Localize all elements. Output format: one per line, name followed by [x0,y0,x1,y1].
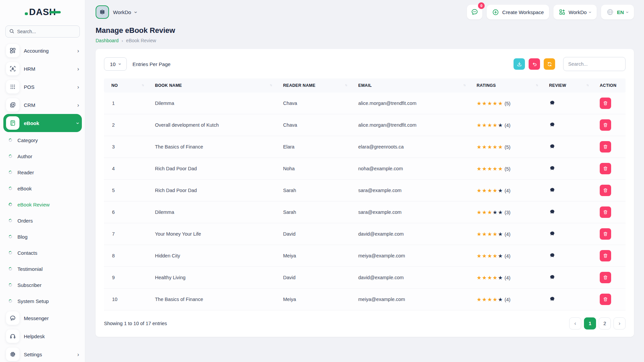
star-filled-icon: ★ [493,122,498,128]
cell-email: sara@example.com [355,201,473,223]
star-filled-icon: ★ [477,253,482,259]
chevron-left-icon: ‹ [574,320,576,326]
sidebar-item-messenger[interactable]: Messenger [3,309,82,327]
card-toolbar: 10 › Entries Per Page [104,57,626,71]
pager-page-2[interactable]: 2 [599,317,611,329]
sidebar-item-pos[interactable]: POS› [3,78,82,96]
sort-icon[interactable]: ↑↓ [142,83,144,87]
language-selector[interactable]: EN › [601,5,634,19]
headset-icon [6,329,19,343]
export-button[interactable] [514,58,525,70]
sidebar-item-helpdesk[interactable]: Helpdesk [3,327,82,345]
star-filled-icon: ★ [487,297,493,302]
delete-button[interactable] [600,272,611,283]
sidebar-item-system-setup[interactable]: System Setup [3,293,82,309]
messenger-button[interactable]: 0 [467,5,482,19]
sort-icon[interactable]: ↑↓ [586,83,588,87]
sort-icon[interactable]: ↑↓ [270,83,272,87]
column-label: REVIEW [549,83,566,88]
table-row: 7Your Money Your LifeDaviddavid@example.… [104,223,626,245]
column-header-review[interactable]: REVIEW↑↓ [546,78,596,93]
review-comment-icon[interactable] [549,165,555,171]
sidebar-subitem-label: Reader [17,170,34,175]
cell-ratings: ★★★★★(4) [473,267,546,289]
table-row: 5Rich Dad Poor DadSarahsara@example.com★… [104,180,626,201]
breadcrumb-current: eBook Review [126,38,156,43]
review-comment-icon[interactable] [549,100,555,106]
app-switcher-button[interactable]: WorkDo › [553,5,597,19]
sidebar-item-label: Accounting [24,48,73,54]
cell-ratings: ★★★★★(5) [473,93,546,114]
star-filled-icon: ★ [487,253,493,259]
cell-action [596,136,626,158]
sort-icon[interactable]: ↑↓ [536,83,538,87]
sidebar-item-accounting[interactable]: Accounting› [3,42,82,60]
table-search-input[interactable] [563,57,626,71]
delete-button[interactable] [600,163,611,174]
review-comment-icon[interactable] [549,252,555,258]
column-header-book-name[interactable]: BOOK NAME↑↓ [152,78,280,93]
sidebar-item-contacts[interactable]: Contacts [3,245,82,261]
delete-button[interactable] [600,250,611,261]
sidebar-item-orders[interactable]: Orders [3,213,82,229]
star-filled-icon: ★ [498,101,503,106]
column-header-no[interactable]: NO↑↓ [104,78,152,93]
chevron-right-icon: › [77,102,79,108]
column-header-email[interactable]: EMAIL↑↓ [355,78,473,93]
review-comment-icon[interactable] [549,209,555,215]
sidebar-subitem-label: Testimonial [17,266,43,272]
refresh-button[interactable] [544,58,555,70]
cell-reader-name: Meiya [280,289,355,310]
breadcrumb-dashboard-link[interactable]: Dashboard [96,38,119,43]
cell-action [596,223,626,245]
sidebar-item-subscriber[interactable]: Subscriber [3,277,82,293]
bullet-icon [8,235,13,239]
sidebar-item-ebook-review[interactable]: eBook Review [3,196,82,213]
sort-icon[interactable]: ↑↓ [463,83,465,87]
sidebar-item-author[interactable]: Author [3,148,82,164]
pager-page-1[interactable]: 1 [584,317,596,329]
review-comment-icon[interactable] [549,296,555,302]
create-workspace-button[interactable]: Create Workspace [487,5,549,19]
cell-action [596,93,626,114]
delete-button[interactable] [600,206,611,218]
column-header-ratings[interactable]: RATINGS↑↓ [473,78,546,93]
star-filled-icon: ★ [482,122,487,128]
sidebar-item-testimonial[interactable]: Testimonial [3,261,82,277]
cell-ratings: ★★★★★(4) [473,180,546,201]
star-filled-icon: ★ [487,188,493,193]
sidebar-item-crm[interactable]: CRM› [3,96,82,114]
review-comment-icon[interactable] [549,122,555,128]
sidebar-item-reader[interactable]: Reader [3,164,82,180]
cell-ratings: ★★★★★(3) [473,201,546,223]
delete-button[interactable] [600,141,611,153]
pager-next-button[interactable]: › [613,317,626,329]
review-comment-icon[interactable] [549,187,555,193]
star-filled-icon: ★ [477,166,482,172]
review-comment-icon[interactable] [549,274,555,280]
sidebar-item-ebook[interactable]: eBook [3,180,82,196]
delete-button[interactable] [600,98,611,109]
back-button[interactable] [529,58,540,70]
entries-per-page-select[interactable]: 10 › [104,57,127,71]
sort-icon[interactable]: ↑↓ [345,83,347,87]
sidebar-item-ebook[interactable]: eBook› [3,114,82,132]
workspace-selector[interactable]: WorkDo › [96,5,137,19]
sidebar-item-hrm[interactable]: HRM› [3,60,82,78]
delete-button[interactable] [600,185,611,196]
review-comment-icon[interactable] [549,143,555,149]
pager-prev-button[interactable]: ‹ [569,317,581,329]
sidebar-item-category[interactable]: Category [3,132,82,148]
delete-button[interactable] [600,119,611,131]
delete-button[interactable] [600,228,611,240]
sidebar-item-blog[interactable]: Blog [3,229,82,245]
delete-button[interactable] [600,294,611,305]
review-comment-icon[interactable] [549,231,555,237]
sidebar-search-input[interactable] [5,25,80,38]
sidebar-item-label: eBook [24,120,73,126]
column-header-reader-name[interactable]: READER NAME↑↓ [280,78,355,93]
chevron-right-icon: › [77,48,79,54]
cell-email: david@example.com [355,267,473,289]
sidebar-item-settings[interactable]: Settings› [3,345,82,362]
cell-email: noha@example.com [355,158,473,180]
